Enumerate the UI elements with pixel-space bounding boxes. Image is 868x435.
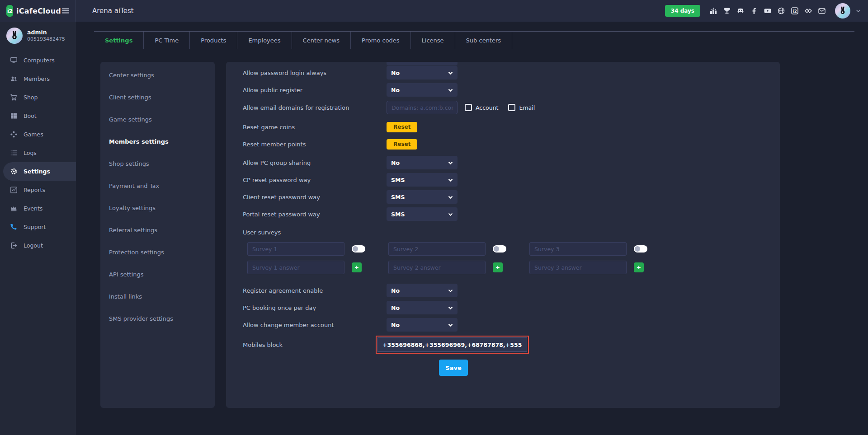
tab-products[interactable]: Products bbox=[190, 32, 237, 49]
survey-2-toggle[interactable] bbox=[493, 245, 506, 253]
field-label: Allow change member account bbox=[243, 322, 387, 328]
email-domains-input[interactable] bbox=[387, 101, 458, 114]
survey-2-answer-input[interactable] bbox=[388, 261, 486, 274]
settings-nav-loyalty[interactable]: Loyalty settings bbox=[100, 197, 215, 219]
windows-icon bbox=[10, 112, 18, 120]
sidebar-item-boot[interactable]: Boot bbox=[0, 107, 76, 125]
sidebar-item-events[interactable]: Events bbox=[0, 199, 76, 218]
survey-3-input[interactable] bbox=[529, 242, 627, 256]
survey-1-add-button[interactable]: + bbox=[352, 262, 362, 272]
sidebar-item-label: Support bbox=[24, 224, 46, 230]
allow-password-login-select[interactable]: No bbox=[387, 66, 458, 80]
survey-3-toggle[interactable] bbox=[634, 245, 647, 253]
pc-group-sharing-select[interactable]: No bbox=[387, 156, 458, 169]
form-row-cp-reset-password: CP reset password way SMS bbox=[243, 173, 780, 187]
cards-icon[interactable] bbox=[804, 7, 812, 15]
tab-sub-centers[interactable]: Sub centers bbox=[455, 32, 512, 49]
sidebar-user-block[interactable]: admin 005193482475 bbox=[0, 22, 76, 51]
chart-icon bbox=[10, 186, 18, 194]
field-label: Allow password login always bbox=[243, 70, 387, 76]
mobiles-block-input[interactable] bbox=[377, 337, 527, 352]
save-button[interactable]: Save bbox=[439, 360, 468, 376]
survey-1-toggle[interactable] bbox=[352, 245, 365, 253]
survey-2-add-button[interactable]: + bbox=[493, 262, 503, 272]
topbar: i2 iCafeCloud Arena aiTest 34 days i2 bbox=[0, 0, 868, 22]
field-label: CP reset password way bbox=[243, 177, 387, 183]
settings-nav-shop[interactable]: Shop settings bbox=[100, 153, 215, 175]
gear-icon bbox=[10, 168, 18, 175]
survey-3-answer-input[interactable] bbox=[529, 261, 627, 274]
client-reset-password-select[interactable]: SMS bbox=[387, 190, 458, 204]
brand-name: iCafeCloud bbox=[16, 7, 61, 15]
settings-nav-api[interactable]: API settings bbox=[100, 263, 215, 285]
new-member-offer-select[interactable]: 15 min bbox=[387, 62, 458, 65]
hamburger-menu-icon[interactable] bbox=[61, 6, 70, 15]
reset-game-coins-button[interactable]: Reset bbox=[387, 122, 417, 132]
tabs-divider bbox=[94, 22, 854, 32]
form-row-reset-game-coins: Reset game coins Reset bbox=[243, 120, 780, 134]
sidebar: admin 005193482475 Computers Members Sho… bbox=[0, 22, 76, 435]
topbar-actions: 34 days i2 bbox=[665, 3, 868, 19]
survey-3-add-button[interactable]: + bbox=[634, 262, 644, 272]
sidebar-item-settings[interactable]: Settings bbox=[3, 162, 76, 181]
user-avatar[interactable] bbox=[835, 3, 850, 19]
form-row-public-register: Allow public register No bbox=[243, 83, 780, 97]
survey-1-answer-input[interactable] bbox=[247, 261, 344, 274]
ranking-podium-icon[interactable] bbox=[709, 7, 717, 15]
license-days-badge[interactable]: 34 days bbox=[665, 5, 700, 17]
main-content: Settings PC Time Products Employees Cent… bbox=[76, 22, 868, 435]
tab-pc-time[interactable]: PC Time bbox=[144, 32, 190, 49]
facebook-icon[interactable] bbox=[750, 7, 758, 15]
mail-icon[interactable] bbox=[818, 7, 826, 15]
chevron-down-icon bbox=[448, 213, 453, 216]
allow-public-register-select[interactable]: No bbox=[387, 83, 458, 97]
email-checkbox[interactable] bbox=[508, 104, 515, 111]
users-icon bbox=[10, 75, 18, 83]
sidebar-item-label: Shop bbox=[24, 94, 38, 101]
sidebar-item-games[interactable]: Games bbox=[0, 125, 76, 144]
settings-nav-sms-provider[interactable]: SMS provider settings bbox=[100, 308, 215, 330]
field-label: Reset game coins bbox=[243, 124, 387, 131]
settings-nav-install-links[interactable]: Install links bbox=[100, 285, 215, 308]
sidebar-item-logout[interactable]: Logout bbox=[0, 236, 76, 255]
sidebar-item-label: Logs bbox=[24, 150, 37, 156]
sidebar-item-members[interactable]: Members bbox=[0, 70, 76, 88]
youtube-icon[interactable] bbox=[764, 7, 772, 15]
cp-reset-password-select[interactable]: SMS bbox=[387, 173, 458, 187]
settings-nav-center[interactable]: Center settings bbox=[100, 64, 215, 86]
chevron-down-icon bbox=[448, 71, 453, 75]
account-checkbox[interactable] bbox=[465, 104, 472, 111]
tab-center-news[interactable]: Center news bbox=[292, 32, 351, 49]
discord-icon[interactable] bbox=[736, 7, 745, 15]
globe-icon[interactable] bbox=[777, 7, 785, 15]
tab-promo-codes[interactable]: Promo codes bbox=[351, 32, 411, 49]
tab-settings[interactable]: Settings bbox=[94, 32, 144, 49]
reset-member-points-button[interactable]: Reset bbox=[387, 139, 417, 150]
members-settings-form: New member offer 15 min Allow password l… bbox=[226, 62, 780, 408]
settings-nav-referral[interactable]: Referral settings bbox=[100, 219, 215, 241]
settings-nav-client[interactable]: Client settings bbox=[100, 86, 215, 108]
sidebar-item-label: Settings bbox=[24, 168, 50, 175]
icafecloud-icon[interactable]: i2 bbox=[791, 7, 799, 15]
register-agreement-select[interactable]: No bbox=[387, 284, 458, 297]
chevron-down-icon bbox=[448, 306, 453, 309]
trophy-icon[interactable] bbox=[723, 7, 731, 15]
chevron-down-icon bbox=[448, 161, 453, 164]
sidebar-item-shop[interactable]: Shop bbox=[0, 88, 76, 107]
sidebar-item-support[interactable]: Support bbox=[0, 218, 76, 236]
sidebar-item-logs[interactable]: Logs bbox=[0, 144, 76, 162]
sidebar-item-computers[interactable]: Computers bbox=[0, 51, 76, 70]
change-member-account-select[interactable]: No bbox=[387, 318, 458, 332]
tab-employees[interactable]: Employees bbox=[237, 32, 292, 49]
survey-2-input[interactable] bbox=[388, 242, 486, 256]
settings-nav-members[interactable]: Members settings bbox=[100, 131, 215, 153]
sidebar-item-reports[interactable]: Reports bbox=[0, 181, 76, 199]
settings-nav-game[interactable]: Game settings bbox=[100, 108, 215, 131]
survey-1-input[interactable] bbox=[247, 242, 344, 256]
profile-chevron-down-icon[interactable] bbox=[856, 9, 861, 13]
pc-booking-select[interactable]: No bbox=[387, 301, 458, 314]
portal-reset-password-select[interactable]: SMS bbox=[387, 207, 458, 221]
settings-nav-payment-tax[interactable]: Payment and Tax bbox=[100, 175, 215, 197]
tab-license[interactable]: License bbox=[411, 32, 455, 49]
settings-nav-protection[interactable]: Protection settings bbox=[100, 241, 215, 263]
